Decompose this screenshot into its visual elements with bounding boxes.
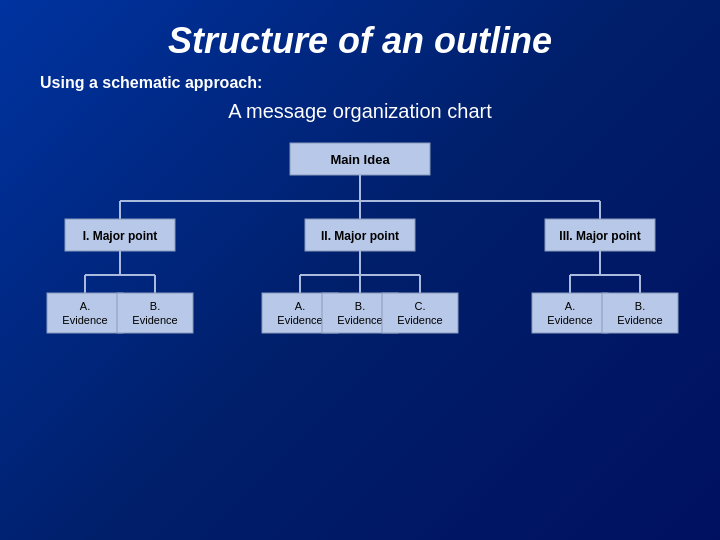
org-chart-svg: Main Idea I. Major point II. Major point… — [30, 139, 690, 419]
chart-title: A message organization chart — [30, 100, 690, 123]
evidence-1b-label: B. — [150, 300, 160, 312]
evidence-2b-label: B. — [355, 300, 365, 312]
evidence-3b-text: Evidence — [617, 314, 662, 326]
evidence-1a-text: Evidence — [62, 314, 107, 326]
page-title: Structure of an outline — [30, 20, 690, 62]
evidence-2b-text: Evidence — [337, 314, 382, 326]
evidence-1b-text: Evidence — [132, 314, 177, 326]
evidence-2c-label: C. — [415, 300, 426, 312]
major-point-2-label: II. Major point — [321, 229, 399, 243]
svg-rect-13 — [47, 293, 123, 333]
evidence-2a-label: A. — [295, 300, 305, 312]
evidence-3a-label: A. — [565, 300, 575, 312]
svg-rect-14 — [117, 293, 193, 333]
main-idea-label: Main Idea — [330, 152, 390, 167]
major-point-3-label: III. Major point — [559, 229, 640, 243]
subtitle: Using a schematic approach: — [30, 74, 262, 92]
evidence-3a-text: Evidence — [547, 314, 592, 326]
evidence-2a-text: Evidence — [277, 314, 322, 326]
svg-rect-22 — [382, 293, 458, 333]
svg-rect-27 — [532, 293, 608, 333]
chart-container: Main Idea I. Major point II. Major point… — [30, 139, 690, 419]
evidence-3b-label: B. — [635, 300, 645, 312]
evidence-2c-text: Evidence — [397, 314, 442, 326]
evidence-1a-label: A. — [80, 300, 90, 312]
major-point-1-label: I. Major point — [83, 229, 158, 243]
svg-rect-28 — [602, 293, 678, 333]
